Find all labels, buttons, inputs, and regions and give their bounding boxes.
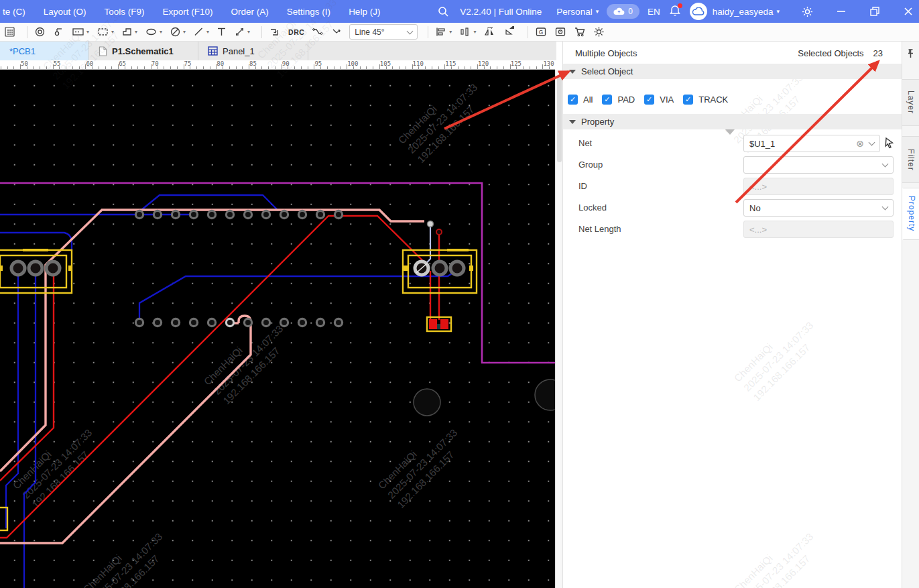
ruler-tick: [458, 66, 458, 69]
dropdown-caret-icon[interactable]: ▾: [473, 29, 476, 35]
route-angle-button[interactable]: [330, 24, 345, 40]
pcb-canvas[interactable]: ChenHaiQi2025-07-23 14:07:33192.168.166.…: [0, 70, 555, 588]
menu-item-te-c-[interactable]: te (C): [3, 7, 25, 17]
ruler-tick: [229, 66, 230, 69]
place-polygon-button[interactable]: ▾: [120, 24, 139, 40]
section-property[interactable]: Property: [563, 114, 902, 129]
dropdown-caret-icon[interactable]: ▾: [206, 29, 209, 35]
ruler-tick: [399, 66, 400, 69]
clear-net-icon[interactable]: ⊗: [856, 139, 864, 148]
mirror-vertical-button[interactable]: [502, 24, 517, 40]
canvas-grid-settings-button[interactable]: [3, 24, 17, 40]
checkbox-pad[interactable]: ✓: [602, 95, 612, 105]
ruler-tick: [432, 66, 432, 69]
place-line-button[interactable]: ▾: [192, 24, 210, 40]
menu-item-settings-i-[interactable]: Settings (I): [287, 7, 330, 17]
align-left-button[interactable]: ▾: [434, 24, 453, 40]
dropdown-caret-icon[interactable]: ▾: [449, 29, 452, 35]
chevron-down-icon[interactable]: [869, 139, 875, 145]
toolbar-settings-button[interactable]: [592, 24, 606, 40]
menu-item-tools-f9-[interactable]: Tools (F9): [105, 7, 145, 17]
checkbox-via[interactable]: ✓: [644, 95, 654, 105]
tab-schematic1[interactable]: P1.Schematic1: [89, 42, 198, 60]
settings-gear-button[interactable]: [802, 6, 813, 17]
field-label: Group: [578, 160, 603, 170]
place-copper-area-button[interactable]: ▾: [70, 24, 90, 40]
dropdown-caret-icon[interactable]: ▾: [183, 29, 186, 35]
group-library-button[interactable]: G: [534, 24, 548, 40]
chevron-down-icon[interactable]: [882, 203, 889, 210]
ruler-tick: [418, 66, 419, 69]
dropdown-caret-icon[interactable]: ▾: [86, 29, 89, 35]
ruler-tick: [386, 66, 387, 69]
avatar[interactable]: [690, 3, 707, 20]
place-dimension-button[interactable]: ▾: [233, 24, 251, 40]
close-button[interactable]: [902, 6, 914, 17]
side-tab-property[interactable]: Property: [902, 188, 919, 240]
username-menu[interactable]: haidy_easyeda: [713, 7, 774, 17]
ruler-tick: [210, 66, 210, 69]
chevron-down-icon[interactable]: [882, 160, 889, 167]
ruler-tick: [27, 66, 27, 69]
dropdown-caret-icon[interactable]: ▾: [111, 29, 114, 35]
scrollbar-thumb[interactable]: [557, 75, 562, 162]
place-keepout-region-button[interactable]: ▾: [168, 24, 187, 40]
mirror-horizontal-button[interactable]: [482, 24, 497, 40]
pin-panel-button[interactable]: [906, 48, 916, 62]
section-select-object[interactable]: Select Object: [563, 64, 902, 79]
side-tab-layer[interactable]: Layer: [902, 79, 919, 126]
notifications-button[interactable]: [670, 5, 680, 19]
menu-item-export-f10-[interactable]: Export (F10): [163, 7, 213, 17]
minimize-button[interactable]: [835, 6, 847, 17]
distribute-button[interactable]: ▾: [458, 24, 477, 40]
ruler-tick: [40, 66, 40, 69]
footprint-library-button[interactable]: [553, 24, 568, 40]
ruler-tick: [164, 66, 164, 69]
checkbox-label-all: All: [583, 95, 593, 105]
ruler-tick: [484, 66, 485, 69]
place-ellipse-button[interactable]: ▾: [143, 24, 164, 40]
dropdown-caret-icon[interactable]: ▾: [247, 29, 250, 35]
menu-item-help-j-[interactable]: Help (J): [349, 7, 380, 17]
line-mode-value: Line 45°: [355, 27, 384, 37]
place-pad-button[interactable]: [33, 24, 47, 40]
import-changes-button[interactable]: [267, 24, 282, 40]
schematic-doc-icon: [99, 46, 107, 56]
ruler-tick: [79, 66, 80, 69]
route-track-button[interactable]: [310, 24, 325, 40]
account-menu[interactable]: Personal: [556, 7, 592, 17]
side-tab-filter[interactable]: Filter: [902, 136, 919, 183]
group-select[interactable]: [743, 156, 894, 174]
net-input[interactable]: $U1_1⊗: [743, 135, 880, 152]
net-picker-cursor-icon[interactable]: [884, 137, 895, 152]
menu-item-order-a-[interactable]: Order (A): [231, 7, 269, 17]
search-icon[interactable]: [438, 6, 449, 17]
panel-grid-icon: [208, 46, 218, 56]
ruler-tick: [497, 66, 497, 69]
line-mode-select[interactable]: Line 45°: [349, 24, 418, 40]
cloud-sync-badge[interactable]: 0: [607, 4, 639, 19]
tab-panel1[interactable]: Panel_1: [198, 42, 308, 60]
dropdown-caret-icon[interactable]: ▾: [160, 29, 162, 35]
property-panel: ChenHaiQi2025-07-23 14:07:33192.168.166.…: [562, 42, 902, 588]
ruler-tick: [46, 66, 47, 69]
locked-select[interactable]: No: [743, 199, 894, 217]
drc-check-button[interactable]: DRC: [287, 24, 306, 40]
dropdown-caret-icon[interactable]: ▾: [135, 29, 137, 35]
language-toggle[interactable]: EN: [648, 7, 660, 17]
watermark-text: ChenHaiQi2025-07-23 14:07:33192.168.166.…: [395, 72, 490, 166]
property-row-id: ID<...>: [563, 178, 902, 195]
place-solid-region-button[interactable]: ▾: [95, 24, 115, 40]
checkbox-label-via: VIA: [660, 95, 674, 105]
checkbox-track[interactable]: ✓: [683, 95, 693, 105]
tab-pcb1[interactable]: *PCB1: [0, 42, 89, 60]
menu-item-layout-o-[interactable]: Layout (O): [44, 7, 86, 17]
checkbox-all[interactable]: ✓: [568, 95, 578, 105]
watermark-text: ChenHaiQi2025-07-23 14:07:33192.168.166.…: [375, 417, 470, 512]
place-text-button[interactable]: [215, 24, 228, 40]
canvas-vertical-scrollbar[interactable]: [555, 70, 562, 588]
order-cart-button[interactable]: [572, 24, 587, 40]
restore-button[interactable]: [869, 6, 880, 17]
ruler-tick: [353, 66, 354, 69]
place-via-button[interactable]: [52, 24, 66, 40]
